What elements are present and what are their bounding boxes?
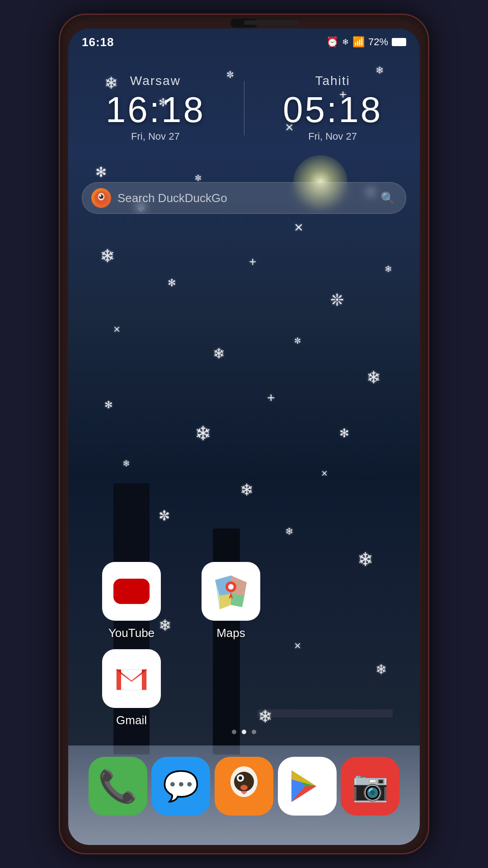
snowflake: ❄ <box>357 548 373 571</box>
snowflake: × <box>294 639 301 653</box>
snowflake: × <box>321 467 328 480</box>
duckduckgo-dock-icon <box>215 757 273 816</box>
alarm-icon: ⏰ <box>326 36 338 48</box>
snowflake: ✼ <box>195 173 202 183</box>
snowflake: + <box>249 255 256 269</box>
ddg-dock-svg <box>215 757 273 816</box>
tahiti-label: Tahiti <box>283 74 382 88</box>
svg-point-15 <box>239 776 242 780</box>
status-bar: 16:18 ⏰ ❄ 📶 72% <box>68 28 420 56</box>
playstore-dock-icon <box>278 757 337 816</box>
clock-divider <box>244 81 244 135</box>
messages-icon: 💬 <box>163 769 199 803</box>
maps-svg <box>211 571 251 612</box>
status-time: 16:18 <box>82 35 114 49</box>
screenshot-dock-icon: 📷 <box>341 757 399 816</box>
signal-icon: 📶 <box>352 36 365 48</box>
snowflake: × <box>113 322 120 336</box>
duckduckgo-dock-item[interactable] <box>215 757 273 816</box>
snowflake: + <box>267 390 275 406</box>
snowflake: ❄ <box>122 458 130 469</box>
snowflake: ❊ <box>330 291 344 310</box>
clock-city-tahiti: Tahiti 05:18 Fri, Nov 27 <box>283 74 382 142</box>
page-dot-3 <box>252 730 256 734</box>
snowflake: ❄ <box>213 345 225 362</box>
snowflake: ❄ <box>240 481 253 500</box>
clock-widget: Warsaw 16:18 Fri, Nov 27 Tahiti 05:18 Fr… <box>68 65 420 151</box>
app-grid: YouTube <box>95 562 267 727</box>
screenshot-icon: 📷 <box>352 769 389 803</box>
phone-dock-item[interactable]: 📞 <box>89 757 147 816</box>
dock: 📞 💬 <box>77 741 411 831</box>
gmail-label: Gmail <box>116 713 147 727</box>
gmail-app-icon[interactable]: Gmail <box>95 649 168 727</box>
warsaw-date: Fri, Nov 27 <box>106 131 205 142</box>
svg-point-6 <box>228 584 234 590</box>
snowflake: ❄ <box>366 368 381 387</box>
maps-label: Maps <box>216 626 245 640</box>
clock-city-warsaw: Warsaw 16:18 Fri, Nov 27 <box>106 74 205 142</box>
search-magnifier-icon[interactable]: 🔍 <box>379 189 397 207</box>
phone-dock-icon: 📞 <box>89 757 147 816</box>
tahiti-time: 05:18 <box>283 92 382 128</box>
gmail-icon-bg <box>102 649 161 708</box>
page-indicator <box>68 730 420 734</box>
search-bar[interactable]: Search DuckDuckGo 🔍 <box>82 182 406 214</box>
maps-app-icon[interactable]: Maps <box>195 562 267 640</box>
youtube-label: YouTube <box>108 626 155 640</box>
maps-icon-bg <box>202 562 260 621</box>
messages-dock-icon: 💬 <box>151 757 210 816</box>
svg-point-16 <box>240 785 248 790</box>
speaker <box>244 20 298 25</box>
messages-dock-item[interactable]: 💬 <box>151 757 210 816</box>
snowflake-status-icon: ❄ <box>342 37 349 47</box>
battery-icon <box>392 38 406 46</box>
snowflake: ✻ <box>168 277 176 289</box>
svg-point-3 <box>99 195 101 197</box>
snowflake: ✻ <box>339 426 349 440</box>
snowflake: ✻ <box>104 399 113 411</box>
ddg-logo-svg <box>94 191 108 205</box>
phone-icon: 📞 <box>98 768 137 805</box>
status-right: ⏰ ❄ 📶 72% <box>326 36 406 48</box>
screenshot-dock-item[interactable]: 📷 <box>341 757 399 816</box>
snowflake: ❄ <box>285 526 293 538</box>
youtube-app-icon[interactable]: YouTube <box>95 562 168 640</box>
snowflake: ✼ <box>159 508 170 524</box>
snowflake: ✼ <box>294 336 301 346</box>
battery-text: 72% <box>368 36 388 48</box>
snowflake: ❄ <box>385 264 392 274</box>
warsaw-label: Warsaw <box>106 74 205 88</box>
youtube-play-triangle <box>123 579 144 604</box>
snowflake: ❄ <box>195 422 211 445</box>
phone-screen: ❄ ✻ ✼ × + ❄ ✻ ❄ ✼ × ❄ ❄ ✻ + ❊ ❄ × ❄ ✼ ❄ <box>68 28 420 845</box>
page-dot-1 <box>232 730 236 734</box>
bench <box>257 709 393 745</box>
duckduckgo-search-icon <box>91 188 111 208</box>
search-placeholder-text[interactable]: Search DuckDuckGo <box>117 191 379 205</box>
snowflake: ✻ <box>95 164 107 180</box>
playstore-svg <box>287 766 328 807</box>
youtube-red-bg <box>113 579 150 604</box>
snowflake: × <box>294 218 303 236</box>
snowflake: ❄ <box>375 661 387 677</box>
snowflake: ❄ <box>100 245 115 266</box>
svg-point-2 <box>99 194 103 199</box>
playstore-dock-item[interactable] <box>278 757 337 816</box>
tahiti-date: Fri, Nov 27 <box>283 131 382 142</box>
youtube-icon-bg <box>102 562 161 621</box>
phone-frame: ❄ ✻ ✼ × + ❄ ✻ ❄ ✼ × ❄ ❄ ✻ + ❊ ❄ × ❄ ✼ ❄ <box>59 14 429 854</box>
warsaw-time: 16:18 <box>106 92 205 128</box>
gmail-svg <box>111 658 152 699</box>
page-dot-2 <box>242 730 246 734</box>
